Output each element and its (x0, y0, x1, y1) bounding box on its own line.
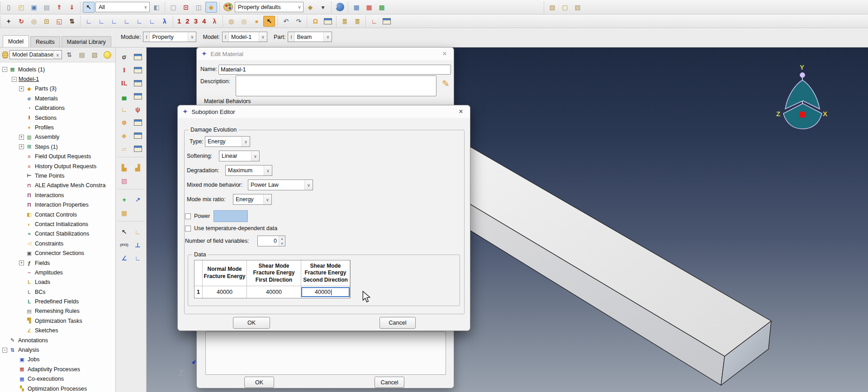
data-cell-1[interactable]: 40000 (247, 286, 301, 298)
color-code-dropdown-button[interactable]: ▾ (317, 2, 329, 13)
create-material-tool[interactable]: σ (118, 50, 131, 63)
custom-view-button[interactable]: λ (209, 16, 220, 27)
description-textarea[interactable] (236, 76, 436, 96)
chevron-down-icon[interactable]: ∨ (188, 32, 196, 42)
tree-item-optimization-processes[interactable]: ▚Optimization Processes (0, 384, 115, 392)
color-palette-button[interactable] (222, 2, 234, 13)
composite-layup-manager-tool[interactable] (131, 90, 145, 103)
tree-item-annotations[interactable]: ✎Annotations (0, 335, 115, 345)
datum-grid-tool[interactable]: ▦ (118, 206, 131, 219)
edit-material-cancel-button[interactable]: Cancel (375, 377, 404, 388)
partition-cell-tool[interactable]: ▙ (118, 161, 131, 174)
group-edit-button[interactable]: ◧ (151, 2, 162, 13)
assign-beam-orientation-tool[interactable]: ∟ (118, 103, 131, 116)
tree-item-materials[interactable]: σMaterials (0, 94, 115, 103)
box-zoom-button[interactable]: ⊡ (41, 16, 52, 27)
undo-button[interactable]: ↶ (280, 16, 292, 27)
create-composite-layup-tool[interactable]: ▄ (118, 90, 131, 103)
tree-item-interactions[interactable]: ΠInteractions (0, 190, 115, 200)
edit-feature-tool[interactable]: ∟ (131, 225, 145, 238)
selection-scope-combo[interactable]: All∨ (95, 2, 150, 12)
translucency-button[interactable]: ◫ (193, 2, 204, 13)
new-model-database-button[interactable]: ▯ (3, 2, 14, 13)
color-code-cube-button[interactable]: ◆ (304, 2, 316, 13)
data-table[interactable]: Normal Mode Fracture EnergyShear Mode Fr… (194, 260, 351, 298)
shaded-render-button[interactable]: ● (251, 16, 262, 27)
suboption-ok-button[interactable]: OK (233, 317, 270, 329)
create-datum-axis-tool[interactable]: ↗ (131, 193, 145, 206)
view-bottom-button[interactable]: ∟ (121, 16, 133, 27)
row-number-cell[interactable]: 1 (194, 286, 203, 298)
corner-manager-button[interactable] (381, 16, 393, 27)
open-button[interactable]: ◰ (15, 2, 27, 13)
compass-top-knob[interactable] (800, 73, 805, 78)
info-button[interactable]: i (334, 2, 346, 13)
data-cell-0[interactable]: 40000 (203, 286, 247, 298)
chevron-down-icon[interactable]: ∨ (259, 32, 267, 42)
tree-item-field-output-requests[interactable]: ≡Field Output Requests (0, 152, 115, 161)
chevron-down-icon[interactable]: ∨ (142, 5, 149, 9)
model-database-combo[interactable]: Model Database ∨ (9, 50, 62, 59)
close-icon[interactable]: × (456, 107, 465, 116)
create-stringer-tool[interactable]: ▱ (118, 142, 131, 155)
section-manager-tool[interactable] (131, 63, 145, 76)
tree-item-analysis[interactable]: −⇅Analysis (0, 345, 115, 354)
view-right-button[interactable]: ∟ (146, 16, 158, 27)
delete-feature-tool[interactable]: ▨ (118, 174, 131, 187)
color-mappings-combo[interactable]: Property defaults∨ (235, 2, 304, 12)
assign-material-orientation-tool[interactable]: ψ (131, 103, 145, 116)
create-skin-tool[interactable]: ◆ (118, 129, 131, 142)
assign-section-tool[interactable]: ⅠL (118, 76, 131, 90)
create-datum-tool[interactable]: + (118, 193, 131, 206)
power-value-field[interactable] (213, 210, 248, 222)
tree-item-model-1[interactable]: −Model-1 (0, 74, 115, 84)
chevron-down-icon[interactable]: ∨ (263, 194, 271, 204)
corner-tool-button[interactable]: ∟ (368, 16, 380, 27)
save-button[interactable]: ▣ (28, 2, 40, 13)
wireframe-render-button[interactable]: ◍ (225, 16, 237, 27)
tree-item-bcs[interactable]: LBCs (0, 287, 115, 297)
shaded-cube-button[interactable]: ◆ (205, 2, 217, 13)
view-left-button[interactable]: ∟ (133, 16, 145, 27)
perturbation-tool-button[interactable]: ↖ (263, 16, 275, 27)
tab-material-library[interactable]: Material Library (62, 36, 111, 47)
view-back-button[interactable]: ∟ (95, 16, 107, 27)
tree-bulb-button[interactable] (101, 49, 113, 60)
tile-viewports-button[interactable]: ▢ (559, 2, 571, 13)
edit-material-ok-button[interactable]: OK (244, 377, 274, 388)
tree-item-amplitudes[interactable]: ~Amplitudes (0, 268, 115, 277)
tab-model[interactable]: Model (3, 35, 29, 47)
layers-display-button[interactable]: ▩ (376, 2, 388, 13)
tree-item-contact-stabilizations[interactable]: ≈Contact Stabilizations (0, 229, 115, 239)
create-profile-tool[interactable]: ⊕ (118, 116, 131, 129)
tree-item-time-points[interactable]: ⊢Time Points (0, 171, 115, 180)
tree-parent-folder-button[interactable]: ▤ (76, 49, 88, 60)
tree-item-ale-adaptive-mesh-constra[interactable]: ⊓ALE Adaptive Mesh Constra (0, 181, 115, 190)
auto-fit-view-button[interactable]: ◱ (53, 16, 65, 27)
spin-down-icon[interactable]: ▼ (279, 241, 285, 246)
suboption-cancel-button[interactable]: Cancel (379, 317, 416, 329)
material-manager-tool[interactable] (131, 50, 145, 63)
data-cell-2[interactable]: 40000 (301, 286, 350, 298)
cycle-views-button[interactable]: ⇅ (66, 16, 78, 27)
maximize-viewport-button[interactable]: ▨ (572, 2, 583, 13)
mixed-mode-behavior-combo[interactable]: Power Law ∨ (248, 179, 313, 190)
material-name-input[interactable] (218, 65, 451, 75)
spinner-icon[interactable]: ▲▼ (143, 32, 150, 42)
collapse-toggle[interactable]: − (2, 67, 7, 72)
section-assignment-manager-tool[interactable] (131, 76, 145, 90)
suboption-titlebar[interactable]: ✦ Suboption Editor (178, 105, 470, 118)
create-section-tool[interactable]: Ⅰ (118, 63, 131, 76)
beam-part[interactable] (468, 146, 771, 385)
tree-item-optimization-tasks[interactable]: ▜Optimization Tasks (0, 316, 115, 326)
temperature-dependent-checkbox[interactable] (185, 226, 191, 231)
chevron-down-icon[interactable]: ∨ (296, 5, 303, 9)
softening-combo[interactable]: Linear ∨ (219, 151, 260, 161)
tree-filter-button[interactable]: ▧ (89, 49, 100, 60)
tree-item-loads[interactable]: LLoads (0, 278, 115, 287)
tree-spin-button[interactable]: ⇅ (63, 49, 75, 60)
chevron-down-icon[interactable]: ∨ (53, 51, 62, 59)
skin-manager-tool[interactable] (131, 129, 145, 142)
tree-item-interaction-properties[interactable]: ΠInteraction Properties (0, 200, 115, 209)
query-info-button[interactable]: Ω (309, 16, 321, 27)
